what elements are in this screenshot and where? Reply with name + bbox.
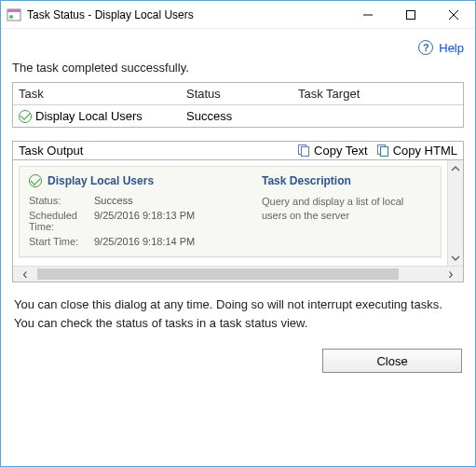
maximize-button[interactable]: [389, 1, 432, 28]
scheduled-value: 9/25/2016 9:18:13 PM: [94, 210, 243, 232]
vertical-scrollbar[interactable]: [447, 160, 463, 266]
description-body: Query and display a list of local users …: [262, 195, 431, 224]
output-body: Display Local Users Status: Success Sche…: [12, 159, 464, 282]
help-icon: ?: [418, 40, 433, 55]
horizontal-scrollbar[interactable]: ‹ ›: [13, 266, 463, 282]
col-header-task[interactable]: Task: [13, 83, 181, 104]
help-link[interactable]: Help: [439, 41, 464, 55]
start-label: Start Time:: [29, 236, 94, 247]
success-icon: [19, 110, 32, 123]
cell-status: Success: [181, 105, 292, 127]
cell-target: [292, 105, 463, 127]
start-value: 9/25/2016 9:18:14 PM: [94, 236, 243, 247]
svg-rect-1: [7, 9, 20, 12]
footer-note: You can close this dialog at any time. D…: [14, 295, 462, 332]
output-card-title: Display Local Users: [48, 174, 154, 187]
close-button[interactable]: Close: [322, 349, 462, 373]
minimize-button[interactable]: [347, 1, 389, 28]
scheduled-label: Scheduled Time:: [29, 210, 94, 232]
task-output-section: Task Output Copy Text Copy HTML Display …: [12, 141, 464, 282]
cell-task: Display Local Users: [35, 109, 143, 123]
scrollbar-thumb[interactable]: [37, 268, 399, 280]
svg-point-2: [9, 15, 13, 19]
copy-text-icon: [298, 144, 311, 158]
svg-rect-4: [407, 10, 415, 19]
task-output-card: Display Local Users Status: Success Sche…: [19, 166, 442, 257]
table-row[interactable]: Display Local Users Success: [13, 105, 463, 127]
copy-html-icon: [377, 144, 390, 158]
scroll-down-icon[interactable]: [448, 250, 463, 266]
app-icon: [7, 7, 21, 22]
success-icon: [29, 174, 42, 187]
scroll-up-icon[interactable]: [448, 160, 463, 176]
copy-text-button[interactable]: Copy Text: [298, 144, 368, 158]
status-value: Success: [94, 195, 243, 206]
copy-html-button[interactable]: Copy HTML: [377, 144, 457, 158]
status-message: The task completed successfully.: [12, 61, 464, 75]
description-heading: Task Description: [262, 174, 431, 187]
scroll-left-icon[interactable]: ‹: [13, 266, 37, 282]
titlebar: Task Status - Display Local Users: [1, 1, 475, 29]
output-title: Task Output: [19, 144, 289, 158]
close-window-button[interactable]: [432, 1, 475, 28]
status-label: Status:: [29, 195, 94, 206]
col-header-target[interactable]: Task Target: [292, 83, 463, 104]
col-header-status[interactable]: Status: [181, 83, 292, 104]
scroll-right-icon[interactable]: ›: [439, 266, 463, 282]
task-grid: Task Status Task Target Display Local Us…: [12, 82, 464, 128]
window-title: Task Status - Display Local Users: [27, 8, 347, 21]
